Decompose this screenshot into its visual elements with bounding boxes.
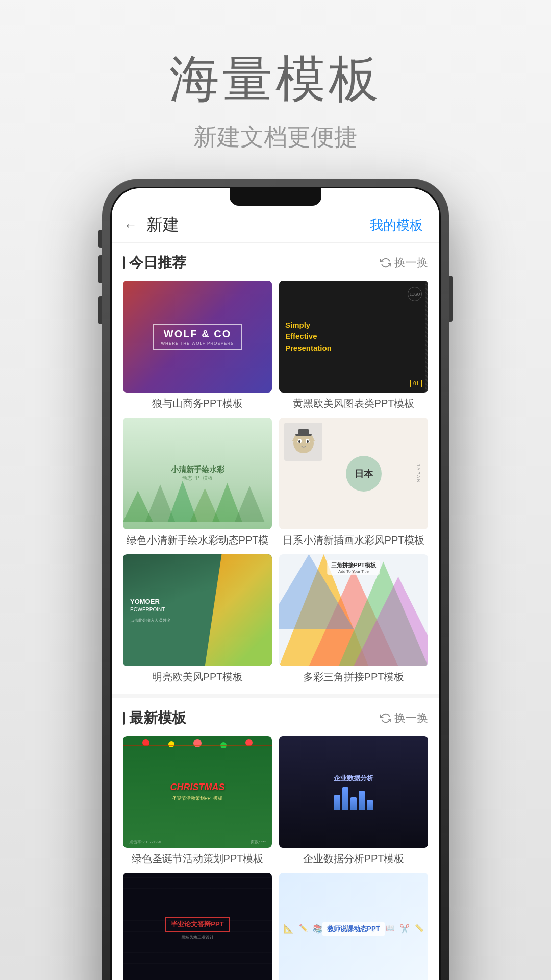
page-subtitle: 新建文档更便捷 (0, 121, 551, 153)
graduation-title: 毕业论文答辩PPT (165, 917, 229, 932)
template-thumb-simply: Simply Effective Presentation LOGO 01 (279, 281, 428, 393)
watercolor-sub: 动态PPT模板 (182, 475, 212, 482)
phone-notch (230, 188, 321, 206)
title-bar-icon (123, 256, 125, 270)
phone-outer: ← 新建 我的模板 今日推荐 (102, 179, 449, 980)
japan-circle: 日本 (346, 456, 382, 492)
enterprise-title: 企业数据分析 (334, 774, 373, 783)
phone-wrapper: ← 新建 我的模板 今日推荐 (0, 179, 551, 980)
template-thumb-christmas: CHRISTMAS 圣诞节活动策划PPT模板 点击率:2017-12-6 页数:… (123, 736, 272, 848)
template-name-simply: 黄黑欧美风图表类PPT模板 (279, 397, 428, 410)
template-name-enterprise: 企业数据分析PPT模板 (279, 852, 428, 866)
template-name-christmas: 绿色圣诞节活动策划PPT模板 (123, 852, 272, 866)
christmas-sub: 圣诞节活动策划PPT模板 (172, 795, 223, 802)
template-name-triangle: 多彩三角拼接PPT模板 (279, 670, 428, 684)
silent-button (98, 230, 102, 248)
svg-point-10 (307, 440, 309, 443)
today-section-title: 今日推荐 (123, 253, 186, 273)
svg-marker-4 (235, 486, 264, 522)
template-item-christmas[interactable]: CHRISTMAS 圣诞节活动策划PPT模板 点击率:2017-12-6 页数:… (123, 736, 272, 866)
latest-section: 最新模板 换一换 (112, 708, 439, 980)
template-thumb-watercolor: 小清新手绘水彩 动态PPT模板 (123, 418, 272, 529)
wolf-brand-text: WOLF & CO WHERE THE WOLF PROSPERS (153, 324, 242, 350)
svg-point-9 (298, 440, 300, 443)
triangle-sub: Add To Your Title (331, 569, 375, 574)
page-header: 海量模板 新建文档更便捷 (0, 0, 551, 179)
template-thumb-yomoer: YOMOER POWERPOINT 点击此处输入人员姓名 (123, 554, 272, 666)
today-template-grid: WOLF & CO WHERE THE WOLF PROSPERS 狼与山商务P… (123, 281, 428, 684)
simply-logo: LOGO (408, 287, 422, 301)
page-wrapper: 海量模板 新建文档更便捷 (0, 0, 551, 980)
section-divider (112, 694, 439, 698)
back-icon[interactable]: ← (124, 217, 137, 233)
yomoer-brand: YOMOER POWERPOINT (130, 597, 265, 614)
template-item-teacher[interactable]: 📐 ✏️ 📚 🔭 🎓 📝 🖊️ 📖 ✂️ (279, 873, 428, 980)
today-section-header: 今日推荐 换一换 (123, 253, 428, 273)
template-name-wolf: 狼与山商务PPT模板 (123, 397, 272, 410)
template-thumb-wolf: WOLF & CO WHERE THE WOLF PROSPERS (123, 281, 272, 393)
today-refresh-button[interactable]: 换一换 (380, 255, 428, 271)
latest-section-title: 最新模板 (123, 708, 186, 728)
svg-marker-5 (123, 491, 153, 522)
page-title: 海量模板 (0, 46, 551, 113)
phone-screen: ← 新建 我的模板 今日推荐 (112, 188, 439, 980)
template-item-watercolor[interactable]: 小清新手绘水彩 动态PPT模板 绿色小清新手绘水彩动态PPT模 (123, 418, 272, 547)
refresh-icon (380, 257, 391, 268)
app-bar-title: 新建 (146, 214, 179, 236)
template-item-simply[interactable]: Simply Effective Presentation LOGO 01 (279, 281, 428, 410)
latest-refresh-button[interactable]: 换一换 (380, 710, 428, 726)
template-thumb-teacher: 📐 ✏️ 📚 🔭 🎓 📝 🖊️ 📖 ✂️ (279, 873, 428, 980)
phone-inner: ← 新建 我的模板 今日推荐 (110, 187, 441, 980)
teacher-title: 教师说课动态PPT (322, 922, 385, 936)
triangle-title: 三角拼接PPT模板 (331, 561, 375, 569)
volume-down-button (98, 296, 102, 324)
latest-template-grid: CHRISTMAS 圣诞节活动策划PPT模板 点击率:2017-12-6 页数:… (123, 736, 428, 980)
svg-rect-14 (298, 429, 309, 436)
template-item-wolf[interactable]: WOLF & CO WHERE THE WOLF PROSPERS 狼与山商务P… (123, 281, 272, 410)
template-item-graduation[interactable]: 毕业论文答辩PPT 黑板风格工业设计 黑板风格工业设计毕业论文答 (123, 873, 272, 980)
template-item-japan[interactable]: 日本 JAPAN 日系小清新插画水彩风PPT模板 (279, 418, 428, 547)
yomoer-sub: 点击此处输入人员姓名 (130, 618, 265, 623)
template-name-japan: 日系小清新插画水彩风PPT模板 (279, 533, 428, 547)
today-section: 今日推荐 换一换 (112, 253, 439, 684)
template-item-triangle[interactable]: 三角拼接PPT模板 Add To Your Title 多彩三角拼接PPT模板 (279, 554, 428, 684)
template-thumb-triangle: 三角拼接PPT模板 Add To Your Title (279, 554, 428, 666)
template-name-watercolor: 绿色小清新手绘水彩动态PPT模 (123, 533, 272, 547)
watercolor-title: 小清新手绘水彩 (171, 465, 224, 475)
latest-section-header: 最新模板 换一换 (123, 708, 428, 728)
christmas-title: CHRISTMAS (170, 782, 225, 793)
volume-up-button (98, 255, 102, 283)
my-templates-button[interactable]: 我的模板 (370, 216, 423, 234)
template-item-yomoer[interactable]: YOMOER POWERPOINT 点击此处输入人员姓名 明亮欧美风PPT模板 (123, 554, 272, 684)
latest-bar-icon (123, 712, 125, 725)
template-thumb-japan: 日本 JAPAN (279, 418, 428, 529)
simply-title: Simply Effective Presentation (285, 320, 332, 354)
template-item-enterprise[interactable]: 企业数据分析 企业数据分析PPT模板 (279, 736, 428, 866)
template-thumb-graduation: 毕业论文答辩PPT 黑板风格工业设计 (123, 873, 272, 980)
graduation-sub: 黑板风格工业设计 (181, 935, 214, 940)
power-button (449, 276, 453, 322)
app-bar: ← 新建 我的模板 (112, 208, 439, 243)
template-name-yomoer: 明亮欧美风PPT模板 (123, 670, 272, 684)
simply-page-num: 01 (410, 380, 422, 387)
latest-refresh-icon (380, 713, 391, 724)
template-thumb-enterprise: 企业数据分析 (279, 736, 428, 848)
